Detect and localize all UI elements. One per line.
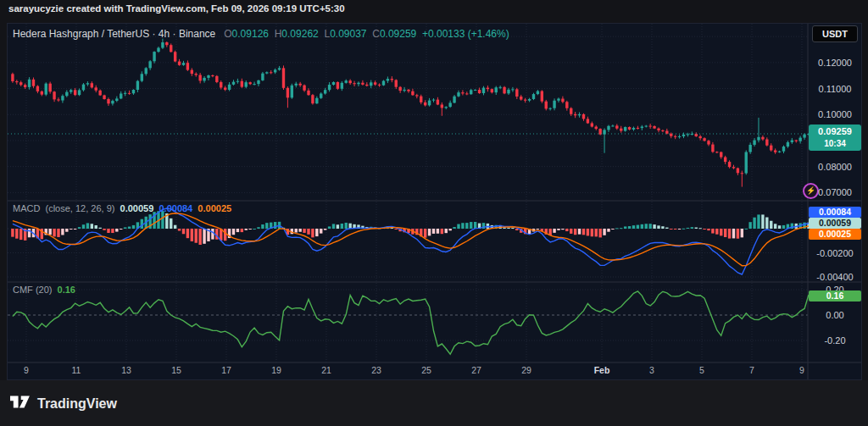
macd-badge: 0.00059 (809, 218, 861, 229)
time-tick-label: 17 (208, 365, 245, 375)
price-tick-label: 0.11000 (808, 84, 862, 94)
cmf-tick-label: 0.00 (808, 310, 862, 320)
cmf-tick-label: -0.20 (808, 335, 862, 346)
time-tick-label: 9 (8, 365, 45, 375)
macd-hist-value: 0.00059 (120, 203, 154, 213)
macd-params: (close, 12, 26, 9) (46, 203, 115, 213)
time-tick-label: 5 (683, 365, 721, 375)
time-tick-label: 3 (633, 365, 670, 375)
price-tick-label: 0.12000 (808, 58, 862, 68)
macd-line-value: 0.00084 (159, 203, 192, 213)
time-tick-label: 19 (258, 365, 295, 375)
tradingview-logo-icon[interactable] (10, 395, 34, 409)
change-value: +0.00133 (+1.46%) (422, 28, 509, 40)
time-tick-label: 21 (308, 365, 345, 375)
low-value: 0.09037 (330, 28, 366, 40)
chart-canvas (8, 24, 861, 379)
time-tick-label: 7 (733, 365, 771, 375)
time-tick-label: 11 (58, 365, 95, 375)
symbol-title[interactable]: Hedera Hashgraph / TetherUS · 4h · Binan… (13, 28, 215, 40)
close-label: C (372, 28, 380, 40)
price-tick-label: 0.08000 (808, 162, 862, 172)
last-price-value: 0.09259 (809, 125, 861, 138)
time-tick-label: Feb (583, 365, 620, 375)
last-price-badge: 0.09259 10:34 (809, 124, 861, 151)
attribution-text: sarayucyzie created with TradingView.com… (8, 3, 345, 14)
cmf-badge: 0.16 (809, 290, 861, 302)
time-tick-label: 27 (458, 365, 495, 375)
price-tick-label: 0.07000 (808, 187, 862, 197)
open-value: 0.09126 (232, 28, 269, 40)
macd-legend[interactable]: MACD (close, 12, 26, 9) 0.00059 0.00084 … (13, 203, 231, 213)
chart-container: Hedera Hashgraph / TetherUS · 4h · Binan… (7, 23, 862, 380)
macd-signal-value: 0.00025 (198, 203, 231, 213)
footer-bar: TradingView (0, 380, 868, 426)
macd-title: MACD (13, 203, 40, 213)
macd-badge: 0.00025 (809, 229, 861, 240)
macd-tick-label: -0.00200 (808, 248, 862, 258)
symbol-legend[interactable]: Hedera Hashgraph / TetherUS · 4h · Binan… (13, 28, 509, 40)
time-tick-label: 23 (358, 365, 395, 375)
price-tick-label: 0.10000 (808, 109, 862, 119)
macd-badge: 0.00084 (809, 207, 861, 218)
time-tick-label: 15 (158, 365, 195, 375)
time-tick-label: 9 (783, 365, 821, 375)
bar-countdown: 10:34 (809, 138, 861, 149)
open-label: O (224, 28, 231, 40)
brand-name[interactable]: TradingView (37, 396, 117, 412)
close-value: 0.09259 (380, 28, 416, 40)
cmf-title: CMF (20) (13, 285, 52, 295)
time-tick-label: 13 (108, 365, 145, 375)
cmf-value: 0.16 (58, 285, 75, 295)
high-value: 0.09262 (281, 28, 318, 40)
macd-tick-label: -0.00400 (808, 272, 862, 282)
cmf-legend[interactable]: CMF (20) 0.16 (13, 285, 75, 295)
currency-toggle-button[interactable]: USDT (812, 25, 858, 42)
time-tick-label: 29 (508, 365, 545, 375)
time-tick-label: 25 (408, 365, 445, 375)
